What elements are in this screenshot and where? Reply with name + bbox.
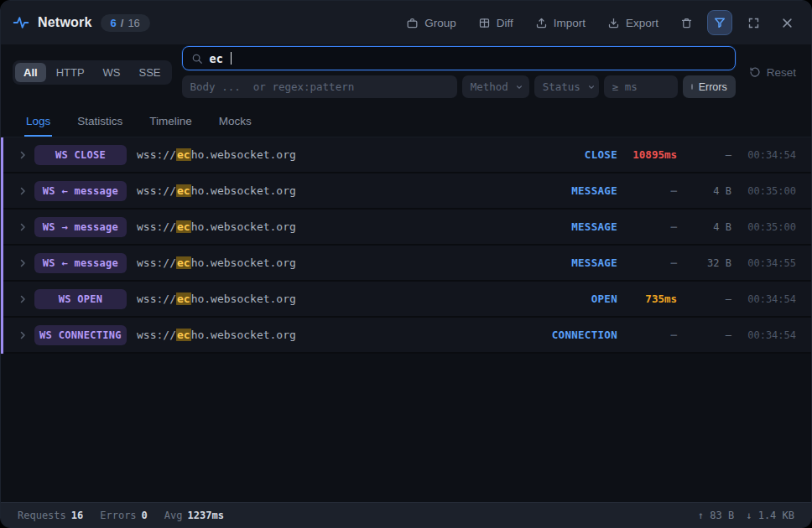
chevron-right-icon[interactable] [18,186,33,196]
count-separator: / [121,17,124,29]
type-tab-sse[interactable]: SSE [131,63,169,82]
request-url: wss://echo.websocket.org [137,148,517,161]
search-match-highlight: ec [176,292,191,305]
event-type-badge: WS OPEN [34,289,127,309]
search-match-highlight: ec [176,256,191,269]
filter-bar: All HTTP WS SSE ec Method [1,44,811,106]
requests-stat: Requests 16 [18,510,83,521]
activity-icon [13,14,29,31]
avg-stat: Avg 1237ms [164,510,224,521]
filtered-count: 6 [111,17,117,29]
diff-icon [478,17,491,29]
time-cell: 00:34:54 [731,149,796,161]
fullscreen-icon[interactable] [741,10,766,35]
type-tab-all[interactable]: All [15,63,46,82]
page-title: Network [38,15,92,30]
duration-cell: 735ms [617,292,677,305]
import-button[interactable]: Import [528,12,592,34]
search-match-highlight: ec [176,329,191,341]
errors-stat: Errors 0 [100,510,148,521]
export-button[interactable]: Export [601,12,665,34]
type-tab-ws[interactable]: WS [95,63,129,82]
search-match-highlight: ec [176,220,191,233]
status-bar: Requests 16 Errors 0 Avg 1237ms ↑ 83 B ↓… [1,502,811,527]
filter-toggle-button[interactable] [707,10,732,35]
duration-cell: – [617,184,677,197]
min-duration-input[interactable] [604,75,678,98]
total-count: 16 [128,17,139,29]
size-cell: 32 B [677,257,731,269]
errors-dot-icon [691,84,693,90]
event-type-badge: WS CLOSE [34,145,127,165]
time-cell: 00:34:54 [731,329,796,341]
search-match-highlight: ec [176,148,191,161]
status-cell: MESSAGE [517,184,617,197]
method-dropdown[interactable]: Method [462,75,529,98]
group-icon [406,17,419,29]
tab-logs[interactable]: Logs [24,106,52,137]
event-type-badge: WS → message [34,217,127,237]
event-type-badge: WS CONNECTING [34,325,127,345]
chevron-right-icon[interactable] [18,258,33,268]
view-tabs: Logs Statistics Timeline Mocks [1,106,811,137]
log-list: WS CLOSE wss://echo.websocket.org CLOSE … [1,137,811,502]
size-cell: 4 B [677,185,731,197]
event-type-badge: WS ← message [34,253,127,273]
reset-filters-button[interactable]: Reset [746,61,799,84]
size-cell: 4 B [677,221,731,233]
request-url: wss://echo.websocket.org [137,292,517,305]
time-cell: 00:35:00 [731,221,796,233]
network-devtool-window: Network 6 / 16 Group Diff Import [0,0,812,528]
ws-group-accent-bar [1,137,3,354]
header: Network 6 / 16 Group Diff Import [1,1,811,44]
log-row[interactable]: WS CONNECTING wss://echo.websocket.org C… [1,318,811,354]
clear-trash-button[interactable] [674,10,699,35]
request-url: wss://echo.websocket.org [137,256,517,269]
status-cell: MESSAGE [517,220,617,233]
size-cell: – [677,329,731,341]
export-icon [607,17,620,29]
time-cell: 00:34:54 [731,293,796,305]
size-cell: – [677,149,731,161]
chevron-right-icon[interactable] [18,294,33,304]
chevron-down-icon [515,83,523,91]
log-row[interactable]: WS ← message wss://echo.websocket.org ME… [1,173,811,210]
status-dropdown[interactable]: Status [534,75,599,98]
duration-cell: 10895ms [617,148,677,161]
status-cell: CONNECTION [517,329,617,341]
diff-button[interactable]: Diff [471,12,520,34]
event-type-badge: WS ← message [34,181,127,201]
filtered-count-badge: 6 / 16 [101,14,150,32]
status-cell: MESSAGE [517,256,617,269]
duration-cell: – [617,220,677,233]
chevron-right-icon[interactable] [18,330,33,340]
time-cell: 00:35:00 [731,185,796,197]
body-filter-input[interactable] [182,75,457,98]
chevron-right-icon[interactable] [18,222,33,232]
log-row[interactable]: WS → message wss://echo.websocket.org ME… [1,210,811,246]
log-row[interactable]: WS CLOSE wss://echo.websocket.org CLOSE … [1,137,811,173]
search-match-highlight: ec [176,184,191,197]
log-row[interactable]: WS OPEN wss://echo.websocket.org OPEN 73… [1,282,811,318]
upload-size: ↑ 83 B [698,510,734,521]
download-size: ↓ 1.4 KB [746,510,794,521]
import-icon [535,17,548,29]
request-url: wss://echo.websocket.org [137,184,517,197]
status-cell: OPEN [517,292,617,305]
search-icon [191,53,203,65]
reset-icon [749,66,761,78]
chevron-right-icon[interactable] [18,150,33,160]
type-tab-http[interactable]: HTTP [48,63,93,82]
duration-cell: – [617,329,677,341]
tab-mocks[interactable]: Mocks [217,106,253,137]
search-input[interactable]: ec [182,46,736,70]
close-icon[interactable] [774,10,799,35]
time-cell: 00:34:55 [731,257,796,269]
size-cell: – [677,293,731,305]
request-url: wss://echo.websocket.org [137,220,517,233]
errors-toggle[interactable]: Errors [683,75,736,98]
tab-timeline[interactable]: Timeline [148,106,194,137]
tab-statistics[interactable]: Statistics [75,106,124,137]
group-button[interactable]: Group [399,12,463,34]
log-row[interactable]: WS ← message wss://echo.websocket.org ME… [1,246,811,282]
